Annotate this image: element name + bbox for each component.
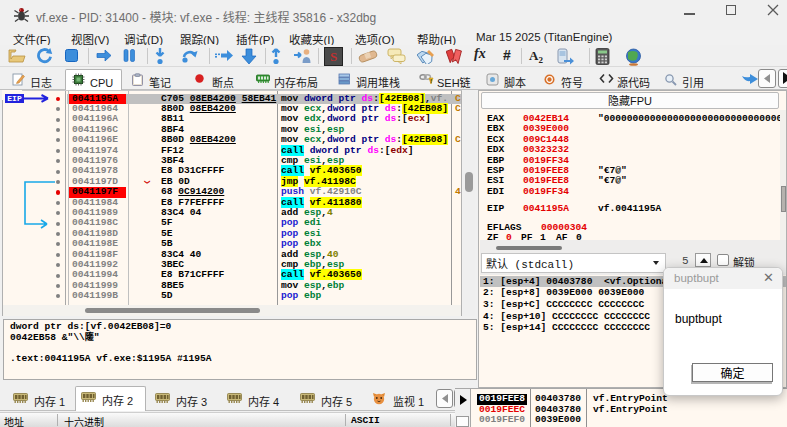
svg-text:S: S <box>330 49 337 64</box>
